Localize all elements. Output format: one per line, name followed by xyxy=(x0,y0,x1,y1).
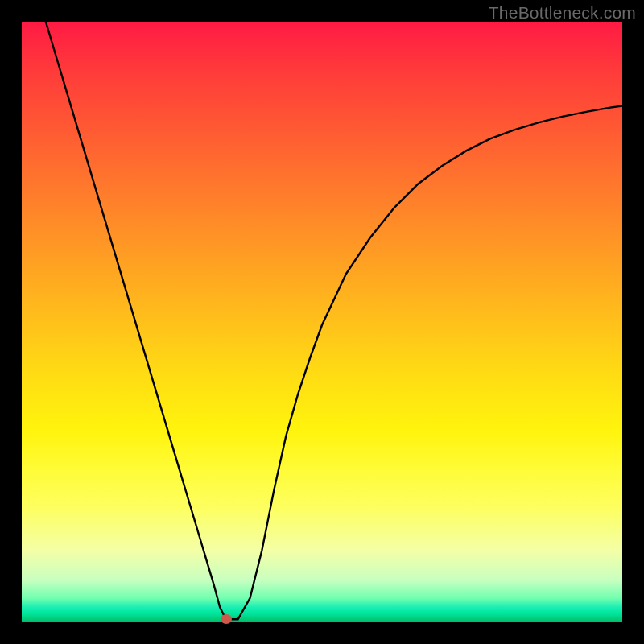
bottleneck-curve xyxy=(46,22,622,619)
chart-container: TheBottleneck.com xyxy=(0,0,644,644)
minimum-marker xyxy=(221,614,232,624)
watermark-text: TheBottleneck.com xyxy=(489,3,636,23)
plot-area xyxy=(22,22,622,622)
curve-svg xyxy=(22,22,622,622)
